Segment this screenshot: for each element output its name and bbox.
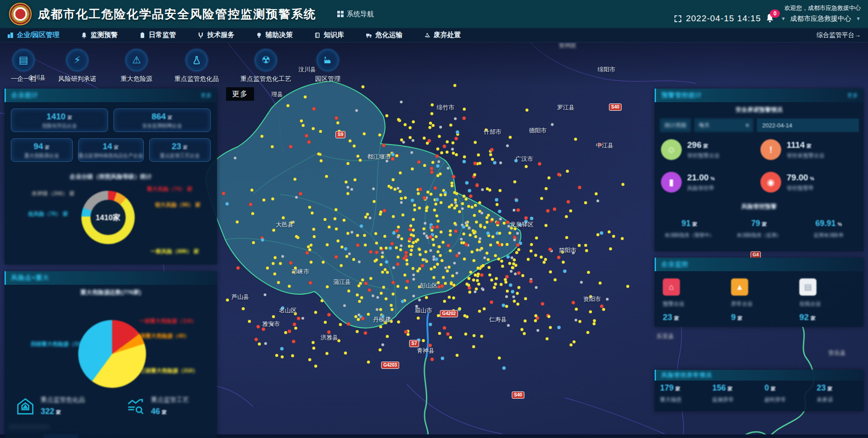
stat-label: 未承诺 (817, 396, 864, 404)
nav-item-0[interactable]: 企业/园区管理 (7, 31, 59, 39)
enterprise-dot (468, 189, 472, 193)
subnav-item-0[interactable]: ▤一企一档 (11, 49, 36, 83)
enterprise-dot (609, 247, 612, 250)
enterprise-dot (356, 234, 359, 237)
subnav-item-2[interactable]: ⚠重大危险源 (121, 49, 152, 83)
enterprise-dot (310, 260, 313, 264)
enterprise-dot (511, 290, 514, 293)
commitment-section-title: 安全承诺预警情况 (655, 106, 863, 114)
map-county-label: 德阳市 (529, 127, 547, 135)
enterprise-dot (430, 170, 434, 174)
enterprise-dot (469, 271, 472, 274)
enterprise-dot (513, 300, 516, 303)
enterprise-dot (431, 238, 434, 241)
subnav-item-5[interactable]: 园区管理 (315, 49, 340, 83)
enterprise-stats-panel: 企业统计 更多 1410家危险化学品企业864家安全监测联网企业 94家重大危险… (5, 89, 217, 264)
notification-badge: 0 (770, 9, 780, 18)
recycle-icon (424, 32, 430, 38)
stat-value: 0家 (764, 383, 811, 393)
enterprise-dot (453, 207, 456, 210)
platform-link[interactable]: 综合监管平台→ (816, 31, 861, 39)
enterprise-dot (428, 126, 431, 129)
abnormal-stat-0: 179家重大隐患 (655, 383, 707, 404)
enterprise-dot (517, 286, 520, 289)
risk-bottom-stats: 重点监管危化品322家重点监管工艺46家 (5, 396, 217, 416)
fullscreen-icon[interactable] (675, 15, 681, 22)
subnav-item-1[interactable]: ⚡风险研判承诺 (58, 49, 96, 83)
enterprise-dot (505, 295, 508, 298)
map-more-button[interactable]: 更多 (226, 87, 254, 101)
app-title: 成都市化工危险化学品安全风险管控监测预警系统 (38, 6, 316, 22)
enterprise-dot (392, 231, 396, 235)
enterprise-dot (392, 215, 395, 218)
caret-down-icon[interactable]: ▼ (781, 16, 786, 21)
period-select[interactable]: 每天 ▾ (694, 118, 753, 132)
enterprise-dot (479, 237, 481, 240)
warning-icon: ⚠ (132, 55, 141, 65)
nav-item-4[interactable]: 辅助决策 (256, 31, 292, 39)
enterprise-dot (475, 287, 478, 291)
enterprise-dot (406, 279, 409, 283)
enterprise-dot (409, 136, 412, 139)
nav-item-7[interactable]: 废弃处置 (424, 31, 461, 39)
more-link[interactable]: 更多 (847, 92, 858, 99)
map-county-label: 青神县 (417, 347, 434, 355)
enterprise-dot (557, 173, 561, 176)
enterprise-dot (423, 164, 426, 167)
nav-item-1[interactable]: 监测预警 (81, 31, 118, 39)
enterprise-dot (495, 203, 499, 206)
enterprise-dot (288, 285, 291, 288)
enterprise-dot (454, 229, 458, 233)
enterprise-dot (575, 308, 578, 311)
enterprise-dot (413, 208, 416, 212)
org-selector[interactable]: 成都市应急救援中心 (790, 14, 851, 23)
enterprise-stat-4[interactable]: 23家重点监管工艺企业 (149, 138, 211, 162)
enterprise-dot (508, 262, 511, 265)
caret-down-icon[interactable]: ▼ (856, 16, 861, 21)
enterprise-dot (420, 264, 424, 268)
enterprise-dot (549, 326, 552, 329)
main-navbar: 企业/园区管理监测预警日常监管技术服务辅助决策知识库危化运输废弃处置 综合监管平… (0, 28, 868, 42)
panel-header: 预警管控统计 更多 (655, 89, 863, 102)
enterprise-dot (425, 207, 428, 210)
nav-item-6[interactable]: 危化运输 (366, 31, 402, 39)
enterprise-dot (495, 198, 498, 202)
notification-bell[interactable]: 0 (765, 13, 776, 24)
enterprise-dot (493, 161, 496, 165)
enterprise-dot (397, 235, 400, 238)
enterprise-dot (476, 267, 480, 270)
enterprise-dot (397, 226, 400, 229)
nav-item-3[interactable]: 技术服务 (198, 31, 234, 39)
enterprise-dot (409, 253, 412, 256)
enterprise-stat-3[interactable]: 14家重点监管特殊危化品生产企业 (78, 138, 144, 162)
subnav-item-4[interactable]: ☢重点监管危化工艺 (241, 49, 291, 83)
enterprise-dot (468, 291, 472, 294)
more-link[interactable]: 更多 (201, 92, 212, 99)
enterprise-dot (446, 332, 450, 336)
enterprise-dot (544, 258, 547, 261)
stat-label: 重点监管工艺企业 (160, 152, 200, 159)
subnav-item-label: 重点监管危化品 (175, 75, 219, 83)
date-picker[interactable]: 2022-04-14 (757, 118, 859, 132)
map-county-label: 芦山县 (231, 293, 249, 301)
enterprise-dot (481, 288, 484, 291)
nav-item-5[interactable]: 知识库 (314, 31, 344, 39)
map-county-label: 中江县 (596, 141, 613, 150)
card-value: 21.00% (687, 173, 715, 183)
enterprise-dot (304, 95, 307, 99)
enterprise-dot (599, 282, 602, 285)
stat-unit: 家 (45, 145, 50, 150)
nav-item-2[interactable]: 日常监管 (139, 31, 176, 39)
enterprise-stat-1[interactable]: 864家安全监测联网企业 (113, 108, 211, 132)
enterprise-dot (565, 215, 568, 218)
enterprise-dot (437, 220, 440, 223)
enterprise-dot (418, 207, 421, 210)
enterprise-dot (481, 264, 485, 267)
system-nav-toggle[interactable]: 系统导航 (337, 10, 374, 19)
enterprise-dot (544, 224, 547, 227)
enterprise-stat-2[interactable]: 94家重大危险源企业 (11, 138, 73, 162)
smile-icon: ☺ (661, 139, 682, 160)
enterprise-stat-0[interactable]: 1410家危险化学品企业 (11, 108, 108, 132)
enterprise-dot (456, 354, 459, 357)
subnav-item-3[interactable]: 重点监管危化品 (175, 49, 219, 83)
